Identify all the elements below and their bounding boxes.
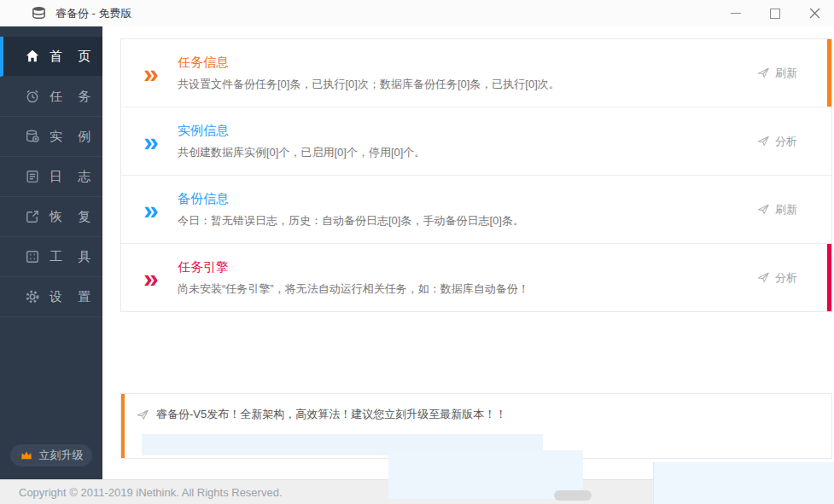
card-task-engine: » 任务引擎 尚未安装“任务引擎”，将无法自动运行相关任务，如：数据库自动备份！…: [121, 244, 831, 311]
maximize-button[interactable]: [755, 0, 795, 26]
card-desc: 今日：暂无错误日志，历史：自动备份日志[0]条，手动备份日志[0]条。: [178, 213, 757, 229]
log-icon: [24, 169, 40, 185]
action-label: 分析: [775, 270, 797, 286]
card-text: 任务信息 共设置文件备份任务[0]条，已执行[0]次；数据库备份任务[0]条，已…: [178, 55, 757, 92]
window-controls: [716, 0, 834, 26]
card-desc: 共设置文件备份任务[0]条，已执行[0]次；数据库备份任务[0]条，已执行[0]…: [178, 77, 757, 92]
maximize-icon: [770, 9, 780, 19]
main-content: » 任务信息 共设置文件备份任务[0]条，已执行[0]次；数据库备份任务[0]条…: [102, 26, 834, 480]
sidebar-item-label: 实 例: [50, 129, 96, 145]
status-panel: » 任务信息 共设置文件备份任务[0]条，已执行[0]次；数据库备份任务[0]条…: [120, 38, 832, 312]
sidebar-item-label: 工 具: [50, 249, 96, 265]
action-label: 刷新: [775, 202, 797, 217]
sidebar-item-instances[interactable]: 实 例: [0, 117, 102, 157]
card-text: 任务引擎 尚未安装“任务引擎”，将无法自动运行相关任务，如：数据库自动备份！: [178, 259, 757, 297]
announcement-card: 睿备份-V5发布！全新架构，高效算法！建议您立刻升级至最新版本！！: [120, 393, 832, 459]
announcement-text: 睿备份-V5发布！全新架构，高效算法！建议您立刻升级至最新版本！！: [156, 407, 506, 422]
close-button[interactable]: [795, 0, 834, 26]
analyze-button[interactable]: 分析: [757, 270, 797, 286]
sidebar-item-label: 任 务: [50, 89, 96, 105]
card-title: 备份信息: [178, 191, 757, 207]
sidebar-item-tools[interactable]: 工 具: [0, 237, 102, 277]
sidebar-item-home[interactable]: 首 页: [0, 37, 102, 77]
overlay-placeholder: [653, 462, 834, 504]
title-bar: 睿备份 - 免费版: [0, 0, 834, 27]
sidebar-nav: 首 页 任 务 实 例 日 志 恢 复: [0, 26, 102, 317]
card-desc: 共创建数据库实例[0]个，已启用[0]个，停用[0]个。: [178, 145, 757, 160]
action-label: 分析: [775, 134, 797, 149]
card-text: 备份信息 今日：暂无错误日志，历史：自动备份日志[0]条，手动备份日志[0]条。: [178, 191, 757, 229]
paper-plane-icon: [757, 135, 770, 148]
double-chevron-icon: »: [143, 267, 178, 289]
double-chevron-icon: »: [143, 130, 178, 153]
gear-icon: [24, 289, 40, 305]
refresh-button[interactable]: 刷新: [757, 202, 797, 217]
analyze-button[interactable]: 分析: [757, 134, 797, 149]
crown-icon: [20, 449, 33, 462]
card-desc: 尚未安装“任务引擎”，将无法自动运行相关任务，如：数据库自动备份！: [178, 281, 757, 297]
double-chevron-icon: »: [143, 199, 178, 221]
sidebar-item-restore[interactable]: 恢 复: [0, 197, 102, 237]
announcement-accent-edge: [121, 394, 125, 458]
sidebar-item-label: 设 置: [50, 289, 96, 305]
card-instance-info: » 实例信息 共创建数据库实例[0]个，已启用[0]个，停用[0]个。 分析: [121, 107, 831, 176]
sidebar: 首 页 任 务 实 例 日 志 恢 复: [0, 26, 102, 480]
close-icon: [809, 8, 820, 19]
refresh-button[interactable]: 刷新: [757, 66, 797, 81]
home-icon: [24, 49, 40, 65]
sidebar-item-tasks[interactable]: 任 务: [0, 77, 102, 117]
sidebar-item-settings[interactable]: 设 置: [0, 277, 102, 317]
minimize-button[interactable]: [716, 0, 755, 26]
card-backup-info: » 备份信息 今日：暂无错误日志，历史：自动备份日志[0]条，手动备份日志[0]…: [121, 176, 831, 244]
paper-plane-icon: [757, 203, 770, 216]
double-chevron-icon: »: [143, 62, 178, 84]
card-accent-edge: [827, 244, 831, 311]
announcement-row: 睿备份-V5发布！全新架构，高效算法！建议您立刻升级至最新版本！！: [121, 394, 831, 422]
app-database-icon: [31, 5, 47, 21]
sidebar-item-label: 首 页: [50, 49, 96, 65]
card-title: 任务信息: [178, 55, 757, 71]
overlay-blob: [554, 490, 592, 501]
paper-plane-icon: [757, 67, 770, 79]
minimize-icon: [731, 13, 741, 14]
restore-icon: [24, 209, 40, 225]
upgrade-label: 立刻升级: [39, 448, 84, 463]
card-title: 任务引擎: [178, 259, 757, 275]
overlay-placeholder: [388, 450, 583, 499]
window-title: 睿备份 - 免费版: [55, 6, 132, 21]
upgrade-now-button[interactable]: 立刻升级: [10, 444, 92, 466]
card-task-info: » 任务信息 共设置文件备份任务[0]条，已执行[0]次；数据库备份任务[0]条…: [121, 39, 831, 107]
sidebar-item-label: 日 志: [50, 169, 96, 185]
paper-plane-icon: [757, 271, 770, 284]
card-accent-edge: [827, 39, 831, 107]
card-text: 实例信息 共创建数据库实例[0]个，已启用[0]个，停用[0]个。: [178, 123, 757, 160]
action-label: 刷新: [775, 66, 797, 81]
tools-icon: [24, 249, 40, 265]
alarm-icon: [24, 89, 40, 105]
copyright-text: Copyright © 2011-2019 iNethink. All Righ…: [19, 486, 283, 499]
paper-plane-icon: [137, 408, 149, 421]
sidebar-item-label: 恢 复: [50, 209, 96, 225]
card-title: 实例信息: [178, 123, 757, 139]
database-icon: [24, 129, 40, 145]
sidebar-item-logs[interactable]: 日 志: [0, 157, 102, 197]
